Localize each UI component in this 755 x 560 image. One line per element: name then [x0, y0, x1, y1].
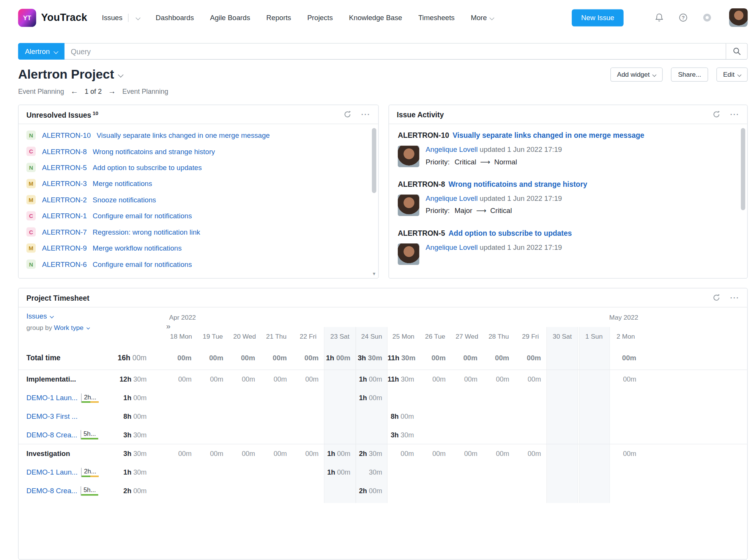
row-total-time: 16h 00m	[118, 353, 147, 362]
scrollbar-thumb[interactable]	[741, 128, 746, 210]
time-cell: 00m	[165, 450, 197, 457]
search-button[interactable]	[726, 44, 747, 59]
timesheet-row-issue: DEMO-1 Laun...2h...1h 30m1h 00m30m	[19, 463, 747, 481]
timesheet-issue-link[interactable]: DEMO-8 Crea...	[27, 487, 77, 495]
nav-item-issues[interactable]: Issues	[102, 13, 140, 22]
priority-badge-N: N	[27, 131, 36, 140]
refresh-icon[interactable]	[711, 109, 722, 120]
issue-id-link[interactable]: ALERTRON-8	[42, 147, 87, 155]
timesheet-issue-link[interactable]: DEMO-3 First ...	[27, 413, 78, 421]
svg-text:?: ?	[682, 15, 685, 21]
avatar	[398, 146, 419, 167]
group-by-row: group by Work type	[27, 324, 90, 331]
activity-issue-id-link[interactable]: ALERTRON-10	[398, 131, 449, 139]
widget-menu-icon[interactable]: ⋯	[730, 112, 739, 117]
timesheet-issue-link[interactable]: DEMO-8 Crea...	[27, 431, 77, 439]
widget-header: Unresolved Issues10 ⋯	[19, 105, 378, 124]
nav-item-knowledge-base[interactable]: Knowledge Base	[349, 14, 402, 22]
prev-arrow-icon[interactable]: ←	[71, 87, 79, 96]
notifications-bell-icon[interactable]	[653, 12, 665, 24]
issue-id-link[interactable]: ALERTRON-2	[42, 196, 87, 204]
activity-issue-summary-link[interactable]: Add option to subscribe to updates	[448, 229, 572, 237]
timesheet-row-total: Total time16h 00m00m00m00m00m00m1h 00m3h…	[19, 345, 747, 370]
refresh-icon[interactable]	[342, 109, 353, 120]
time-cell: 00m	[229, 353, 261, 361]
project-filter-button[interactable]: Alertron	[18, 43, 65, 60]
nav-item-label: Reports	[266, 14, 291, 22]
refresh-icon[interactable]	[711, 292, 722, 304]
activity-issue-id-link[interactable]: ALERTRON-5	[398, 229, 445, 237]
issue-summary-link[interactable]: Merge notifications	[93, 180, 152, 188]
nav-item-projects[interactable]: Projects	[307, 14, 333, 22]
group-by-dropdown[interactable]: Work type	[54, 324, 89, 331]
issue-id-link[interactable]: ALERTRON-9	[42, 244, 87, 252]
user-link[interactable]: Angelique Lovell	[426, 243, 478, 251]
chevron-down-icon	[490, 15, 495, 20]
activity-entry-body: Angelique Lovell updated 1 Jun 2022 17:1…	[398, 146, 738, 167]
row-label: Total time	[27, 353, 61, 362]
help-icon[interactable]: ?	[677, 12, 689, 24]
time-cell: 00m	[260, 450, 292, 457]
scroll-down-icon[interactable]: ▼	[371, 271, 377, 276]
issue-summary-link[interactable]: Configure email for notifications	[93, 260, 192, 268]
timesheet-row-label-cell: Total time16h 00m	[19, 353, 165, 362]
nav-item-more[interactable]: More	[471, 14, 494, 22]
activity-entry-detail: Angelique Lovell updated 1 Jun 2022 17:1…	[426, 146, 562, 167]
nav-item-reports[interactable]: Reports	[266, 14, 291, 22]
issue-summary-link[interactable]: Regression: wrong notification link	[93, 228, 200, 236]
title-chevron-icon[interactable]	[118, 72, 123, 77]
scrollbar[interactable]	[740, 127, 746, 274]
youtrack-home-link[interactable]: YT YouTrack	[18, 9, 87, 27]
nav-item-agile-boards[interactable]: Agile Boards	[210, 14, 250, 22]
user-link[interactable]: Angelique Lovell	[426, 146, 478, 154]
issue-id-link[interactable]: ALERTRON-6	[42, 260, 87, 268]
time-cell: 2h 00m	[356, 487, 388, 495]
app-name: YouTrack	[41, 12, 87, 24]
activity-issue-id-link[interactable]: ALERTRON-8	[398, 180, 445, 188]
scrollbar[interactable]: ▼	[371, 127, 377, 274]
issue-summary-link[interactable]: Add option to subscribe to updates	[93, 164, 202, 172]
edit-button[interactable]: Edit	[716, 68, 748, 82]
new-issue-button[interactable]: New Issue	[572, 9, 624, 26]
issue-summary-link[interactable]: Configure email for notifications	[93, 212, 192, 220]
issue-summary-link[interactable]: Wrong notificatoins and strange history	[93, 147, 215, 155]
progress-bar	[81, 494, 98, 495]
issue-id-link[interactable]: ALERTRON-10	[42, 131, 91, 139]
nav-item-dashboards[interactable]: Dashboards	[156, 14, 194, 22]
scrollbar-thumb[interactable]	[372, 128, 377, 193]
timesheet-row-group: Investigation3h 30m00m00m00m00m00m1h 00m…	[19, 444, 747, 463]
issue-summary-link[interactable]: Snooze notifications	[93, 196, 156, 204]
widget-menu-icon[interactable]: ⋯	[730, 295, 739, 300]
timesheet-issue-link[interactable]: DEMO-1 Laun...	[27, 468, 78, 476]
timesheet-body: Issues group by Work type » Apr 2022 May…	[19, 308, 747, 560]
activity-entry-title: ALERTRON-8Wrong notificatoins and strang…	[398, 180, 738, 188]
activity-issue-summary-link[interactable]: Wrong notificatoins and strange history	[448, 180, 587, 188]
collapse-panel-icon[interactable]: »	[166, 322, 170, 331]
user-avatar[interactable]	[729, 8, 748, 27]
next-arrow-icon[interactable]: →	[108, 87, 116, 96]
timesheet-issues-dropdown[interactable]: Issues	[27, 312, 54, 320]
settings-gear-icon[interactable]	[701, 12, 713, 24]
user-link[interactable]: Angelique Lovell	[426, 194, 478, 202]
activity-issue-summary-link[interactable]: Visually separate links changed in one m…	[452, 131, 644, 139]
nav-item-timesheets[interactable]: Timesheets	[418, 14, 455, 22]
timesheet-issue-link[interactable]: DEMO-1 Laun...	[27, 394, 78, 402]
widget-menu-icon[interactable]: ⋯	[361, 112, 370, 117]
search-input[interactable]	[65, 44, 726, 59]
activity-change: Priority:Critical⟶Normal	[426, 158, 562, 166]
add-widget-button[interactable]: Add widget	[610, 68, 663, 82]
issue-id-link[interactable]: ALERTRON-1	[42, 212, 87, 220]
arrow-right-icon: ⟶	[480, 158, 490, 166]
timesheet-row-label-cell: Investigation3h 30m	[19, 450, 165, 457]
share-button[interactable]: Share...	[671, 68, 708, 82]
day-header: 25 Mon	[388, 333, 419, 340]
change-new-value: Normal	[494, 158, 517, 166]
widget-title-text: Issue Activity	[397, 110, 444, 118]
issue-summary-link[interactable]: Visually separate links changed in one m…	[96, 131, 270, 139]
estimation-progress: 2h...	[81, 393, 99, 402]
row-label: Investigation	[27, 450, 70, 457]
issue-id-link[interactable]: ALERTRON-5	[42, 164, 87, 172]
issue-id-link[interactable]: ALERTRON-3	[42, 180, 87, 188]
issue-summary-link[interactable]: Merge workflow notifications	[93, 244, 181, 252]
issue-id-link[interactable]: ALERTRON-7	[42, 228, 87, 236]
